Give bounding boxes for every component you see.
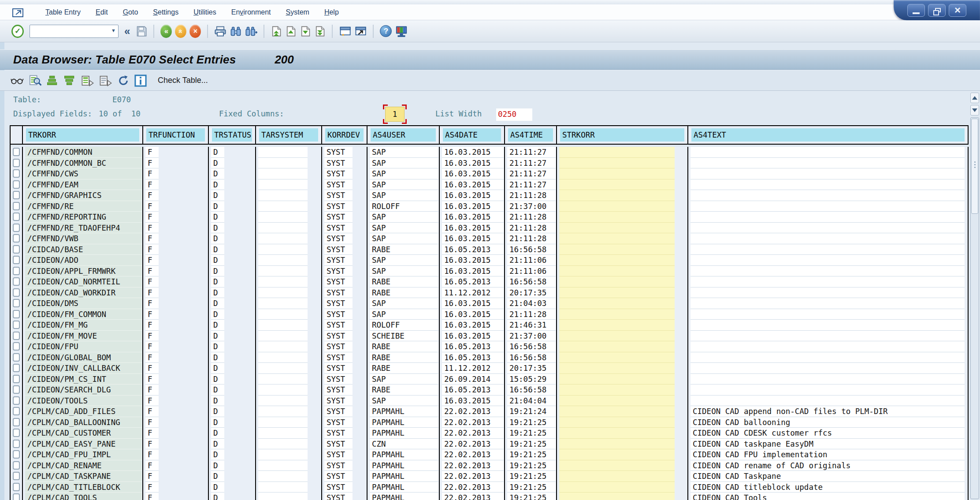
field-as4user[interactable]: RABE [370, 384, 438, 396]
field-as4user[interactable]: PAPMAHL [370, 493, 438, 500]
field-as4user[interactable]: PAPMAHL [370, 449, 438, 460]
row-checkbox[interactable] [13, 245, 20, 254]
field-trkorr[interactable]: /CFMFND/VWB [25, 233, 142, 244]
field-trkorr[interactable]: /CIDEON/SEARCH_DLG [25, 384, 142, 396]
field-as4user[interactable]: RABE [370, 341, 438, 352]
field-as4text[interactable] [690, 168, 965, 179]
field-trkorr[interactable]: /CPLM/CAD_BALLOONING [25, 417, 142, 428]
field-as4time[interactable]: 19:21:25 [507, 428, 556, 439]
field-as4time[interactable]: 21:37:00 [507, 201, 556, 212]
list-width-input[interactable]: 0250 [496, 108, 532, 121]
row-checkbox[interactable] [13, 418, 20, 426]
customize-layout-icon[interactable] [395, 25, 408, 37]
field-trkorr[interactable]: /CPLM/CAD_EASY_PANE [25, 439, 142, 450]
field-as4time[interactable]: 19:21:25 [507, 449, 556, 460]
list-output-icon[interactable] [99, 75, 112, 86]
field-as4time[interactable]: 21:11:27 [507, 158, 556, 169]
field-as4user[interactable]: SCHEIBE [370, 331, 438, 342]
command-input[interactable] [30, 25, 119, 38]
field-trstatus[interactable]: D [211, 428, 224, 439]
field-as4date[interactable]: 16.03.2015 [442, 223, 504, 234]
field-as4time[interactable]: 21:11:28 [507, 223, 556, 234]
scroll-down-button[interactable] [970, 105, 979, 116]
row-checkbox[interactable] [13, 277, 20, 286]
field-trfunction[interactable]: F [145, 309, 159, 320]
field-as4user[interactable]: PAPMAHL [370, 406, 438, 417]
field-as4text[interactable]: CIDEON CAD ballooning [690, 417, 965, 428]
field-korrdev[interactable]: SYST [324, 179, 353, 190]
field-as4user[interactable]: SAP [370, 212, 438, 223]
field-tarsystem[interactable] [258, 168, 308, 179]
field-trkorr[interactable]: /CIDEON/ADO [25, 255, 142, 266]
field-as4user[interactable]: SAP [370, 298, 438, 309]
sort-ascending-icon[interactable] [47, 75, 59, 86]
field-trfunction[interactable]: F [145, 233, 159, 244]
field-strkorr[interactable] [559, 158, 675, 169]
field-as4user[interactable]: PAPMAHL [370, 428, 438, 439]
row-checkbox[interactable] [13, 256, 20, 264]
field-as4text[interactable] [690, 298, 965, 309]
field-trfunction[interactable]: F [145, 396, 159, 407]
field-trkorr[interactable]: /CFMFND/COMMON [25, 147, 142, 158]
collapse-icon[interactable]: « [124, 26, 130, 37]
field-trfunction[interactable]: F [145, 298, 159, 309]
field-trfunction[interactable]: F [145, 482, 159, 493]
field-as4time[interactable]: 19:21:25 [507, 439, 556, 450]
field-tarsystem[interactable] [258, 287, 308, 299]
field-trkorr[interactable]: /CFMFND/RE [25, 201, 142, 212]
field-as4time[interactable]: 21:11:27 [507, 179, 556, 190]
field-trstatus[interactable]: D [211, 352, 224, 363]
row-checkbox[interactable] [13, 267, 20, 275]
field-tarsystem[interactable] [258, 309, 308, 320]
field-as4text[interactable] [690, 276, 965, 287]
field-trfunction[interactable]: F [145, 190, 159, 201]
field-trkorr[interactable]: /CFMFND/EAM [25, 179, 142, 190]
row-checkbox[interactable] [13, 483, 20, 491]
field-tarsystem[interactable] [258, 298, 308, 309]
row-checkbox[interactable] [13, 224, 20, 232]
field-trstatus[interactable]: D [211, 179, 224, 190]
field-trfunction[interactable]: F [145, 212, 159, 223]
field-as4date[interactable]: 16.05.2013 [442, 352, 504, 363]
field-korrdev[interactable]: SYST [324, 320, 353, 331]
field-strkorr[interactable] [559, 374, 675, 385]
row-checkbox[interactable] [13, 375, 20, 383]
field-trstatus[interactable]: D [211, 460, 224, 471]
menu-goto[interactable]: Goto [115, 5, 146, 20]
field-korrdev[interactable]: SYST [324, 190, 353, 201]
sort-descending-icon[interactable] [64, 75, 76, 86]
column-header-korrdev[interactable]: KORRDEV [322, 126, 368, 144]
field-trkorr[interactable]: /CIDEON/FPU [25, 341, 142, 352]
field-trfunction[interactable]: F [145, 287, 159, 299]
field-as4text[interactable]: CIDEON CAD rename of CAD originals [690, 460, 965, 471]
field-strkorr[interactable] [559, 384, 675, 396]
field-as4user[interactable]: SAP [370, 266, 438, 277]
field-trfunction[interactable]: F [145, 493, 159, 500]
field-strkorr[interactable] [559, 396, 675, 407]
field-as4date[interactable]: 16.03.2015 [442, 309, 504, 320]
field-as4time[interactable]: 21:37:00 [507, 331, 556, 342]
field-strkorr[interactable] [559, 428, 675, 439]
field-trfunction[interactable]: F [145, 179, 159, 190]
field-as4text[interactable]: CIDEON CAD append non-CAD files to PLM-D… [690, 406, 965, 417]
menu-environment[interactable]: Environment [224, 5, 278, 20]
field-tarsystem[interactable] [258, 233, 308, 244]
field-as4date[interactable]: 16.03.2015 [442, 298, 504, 309]
column-header-as4date[interactable]: AS4DATE [440, 126, 505, 144]
field-trstatus[interactable]: D [211, 341, 224, 352]
field-korrdev[interactable]: SYST [324, 212, 353, 223]
column-header-as4time[interactable]: AS4TIME [505, 126, 557, 144]
field-trkorr[interactable]: /CIDEON/FM_COMMON [25, 309, 142, 320]
field-trkorr[interactable]: /CPLM/CAD_TITLEBLOCK [25, 482, 142, 493]
scroll-up-button[interactable] [970, 93, 979, 103]
field-as4date[interactable]: 16.03.2015 [442, 331, 504, 342]
field-strkorr[interactable] [559, 309, 675, 320]
minimize-button[interactable] [907, 4, 925, 17]
field-as4date[interactable]: 16.03.2015 [442, 396, 504, 407]
field-as4user[interactable]: PAPMAHL [370, 471, 438, 482]
find-icon[interactable] [230, 26, 242, 37]
field-as4user[interactable]: RABE [370, 363, 438, 374]
field-as4date[interactable]: 16.05.2013 [442, 384, 504, 396]
field-as4time[interactable]: 21:11:06 [507, 266, 556, 277]
field-trkorr[interactable]: /CPLM/CAD_RENAME [25, 460, 142, 471]
